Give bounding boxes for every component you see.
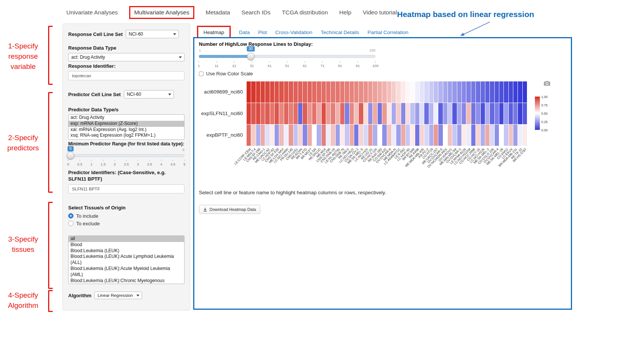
heatmap-cell[interactable] [331, 125, 335, 146]
heatmap-cell[interactable] [284, 125, 288, 146]
heatmap-cell[interactable] [387, 81, 391, 103]
heatmap-cell[interactable] [513, 81, 517, 103]
heatmap-cell[interactable] [410, 125, 414, 146]
heatmap-cell[interactable] [401, 103, 405, 124]
heatmap-cell[interactable] [466, 103, 470, 124]
heatmap-cell[interactable] [275, 81, 279, 103]
heatmap-cell[interactable] [504, 81, 508, 103]
heatmap-cell[interactable] [265, 125, 269, 146]
heatmap-cell[interactable] [481, 125, 485, 146]
heatmap-cell[interactable] [518, 81, 522, 103]
heatmap-cell[interactable] [265, 103, 269, 124]
predictor-data-types-list[interactable]: act: Drug Activityexp: mRNA Expression (… [68, 114, 184, 140]
heatmap-cell[interactable] [373, 81, 377, 103]
heatmap-cell[interactable] [368, 103, 372, 124]
heatmap-cell[interactable] [424, 125, 428, 146]
heatmap-cell[interactable] [424, 81, 428, 103]
heatmap-cell[interactable] [462, 81, 466, 103]
heatmap-cell[interactable] [406, 81, 410, 103]
heatmap-cell[interactable] [462, 125, 466, 146]
heatmap-cell[interactable] [396, 103, 400, 124]
heatmap-cell[interactable] [410, 81, 414, 103]
heatmap-cell[interactable] [289, 125, 293, 146]
heatmap-cell[interactable] [270, 103, 274, 124]
heatmap-cell[interactable] [331, 103, 335, 124]
heatmap-cell[interactable] [476, 125, 480, 146]
heatmap-cell[interactable] [368, 125, 372, 146]
heatmap-cell[interactable] [429, 103, 433, 124]
heatmap-cell[interactable] [289, 81, 293, 103]
heatmap-cell[interactable] [415, 81, 419, 103]
tissue-list[interactable]: allBloodBlood:Leukemia (LEUK)Blood:Leuke… [68, 236, 184, 284]
heatmap-cell[interactable] [359, 125, 363, 146]
list-option-act-drug-activity[interactable]: act: Drug Activity [69, 115, 184, 121]
heatmap-cell[interactable] [294, 103, 298, 124]
list-option-blood-leukemia-leuk-chronic-myelogenous-[interactable]: Blood:Leukemia (LEUK):Chronic Myelogenou… [69, 278, 184, 284]
heatmap-cell[interactable] [336, 103, 340, 124]
heatmap-cell[interactable] [354, 103, 358, 124]
heatmap-cell[interactable] [308, 125, 312, 146]
heatmap-cell[interactable] [504, 125, 508, 146]
heatmap-cell[interactable] [518, 103, 522, 124]
heatmap-cell[interactable] [452, 103, 456, 124]
heatmap-cell[interactable] [443, 103, 447, 124]
list-option-blood-leukemia-leuk-acute-myeloid-leukem[interactable]: Blood:Leukemia (LEUK):Acute Myeloid Leuk… [69, 266, 184, 278]
tab-technical-details[interactable]: Technical Details [321, 30, 359, 35]
heatmap-cell[interactable] [448, 81, 452, 103]
heatmap-cell[interactable] [354, 81, 358, 103]
heatmap-cell[interactable] [298, 125, 302, 146]
heatmap-cell[interactable] [513, 103, 517, 124]
tab-data[interactable]: Data [239, 30, 250, 35]
heatmap-cell[interactable] [429, 81, 433, 103]
tab-cross-validation[interactable]: Cross-Validation [275, 30, 313, 35]
heatmap-cell[interactable] [499, 103, 503, 124]
heatmap-cell[interactable] [471, 125, 475, 146]
heatmap-cell[interactable] [490, 81, 494, 103]
heatmap-cell[interactable] [317, 103, 321, 124]
nav-item-help[interactable]: Help [339, 9, 352, 16]
slider-handle[interactable] [67, 152, 74, 159]
heatmap-cell[interactable] [251, 81, 255, 103]
heatmap-cell[interactable] [410, 103, 414, 124]
heatmap-cell[interactable] [364, 125, 368, 146]
heatmap-cell[interactable] [438, 103, 442, 124]
heatmap-cell[interactable] [485, 81, 489, 103]
heatmap-cell[interactable] [392, 81, 396, 103]
heatmap-cell[interactable] [261, 103, 265, 124]
heatmap-cell[interactable] [303, 81, 307, 103]
heatmap-cell[interactable] [387, 125, 391, 146]
nav-item-univariate-analyses[interactable]: Univariate Analyses [66, 9, 118, 16]
tissue-include-radio-row[interactable]: To include [68, 212, 184, 220]
nav-item-search-ids[interactable]: Search IDs [241, 9, 270, 16]
response-identifier-input[interactable] [68, 71, 184, 80]
heatmap-cell[interactable] [490, 125, 494, 146]
heatmap-cell[interactable] [457, 103, 461, 124]
heatmap-cell[interactable] [438, 125, 442, 146]
heatmap-cell[interactable] [396, 81, 400, 103]
heatmap-cell[interactable] [378, 81, 382, 103]
heatmap-cell[interactable] [523, 103, 527, 124]
heatmap-cell[interactable] [448, 103, 452, 124]
heatmap-cell[interactable] [373, 125, 377, 146]
heatmap-cell[interactable] [261, 81, 265, 103]
heatmap-cell[interactable] [504, 103, 508, 124]
heatmap-cell[interactable] [303, 125, 307, 146]
heatmap-cell[interactable] [476, 81, 480, 103]
heatmap-cell[interactable] [378, 103, 382, 124]
heatmap-cell[interactable] [401, 125, 405, 146]
heatmap-cell[interactable] [350, 81, 354, 103]
heatmap-cell[interactable] [261, 125, 265, 146]
heatmap-cell[interactable] [256, 125, 260, 146]
heatmap-cell[interactable] [359, 103, 363, 124]
heatmap-cell[interactable] [326, 81, 330, 103]
heatmap-cell[interactable] [345, 81, 349, 103]
heatmap-cell[interactable] [518, 125, 522, 146]
heatmap-cell[interactable] [490, 103, 494, 124]
heatmap-cell[interactable] [457, 81, 461, 103]
heatmap-cell[interactable] [350, 103, 354, 124]
heatmap-cell[interactable] [256, 103, 260, 124]
heatmap-cell[interactable] [359, 81, 363, 103]
tab-partial-correlation[interactable]: Partial Correlation [367, 30, 408, 35]
heatmap-cell[interactable] [443, 81, 447, 103]
heatmap-cell[interactable] [452, 125, 456, 146]
